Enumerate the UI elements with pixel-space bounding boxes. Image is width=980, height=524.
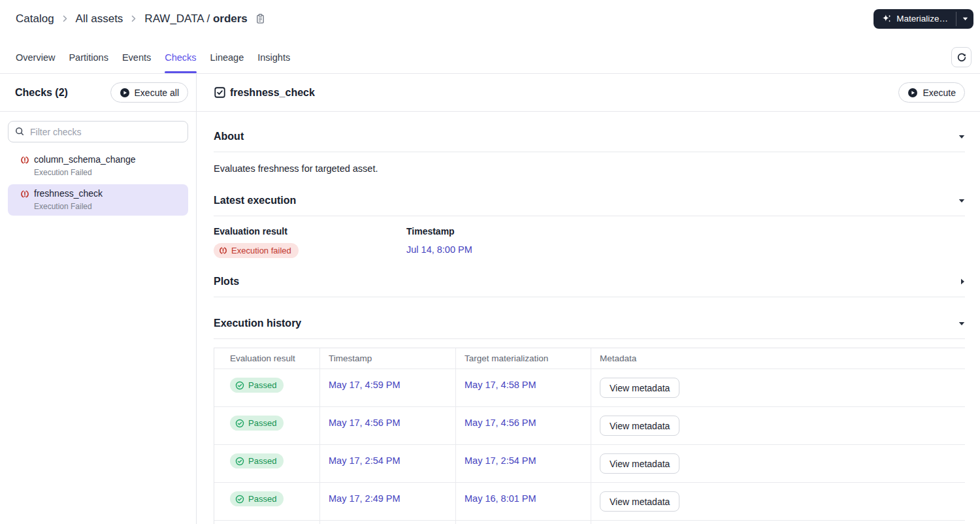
chevron-down-icon[interactable] xyxy=(958,135,965,139)
passed-label: Passed xyxy=(248,418,276,428)
chevron-right-icon[interactable] xyxy=(960,278,965,285)
latest-execution-title: Latest execution xyxy=(214,194,296,207)
caret-down-icon xyxy=(962,17,968,21)
checks-sidebar: Checks (2) Execute all column_schema_cha… xyxy=(0,74,197,524)
materialize-label: Materialize… xyxy=(896,14,948,24)
check-name: freshness_check xyxy=(34,188,103,199)
plots-section-header: Plots xyxy=(214,275,965,288)
about-title: About xyxy=(214,130,244,143)
breadcrumb-asset[interactable]: RAW_DATA / orders xyxy=(144,12,247,25)
filter-checks-input[interactable] xyxy=(8,121,188,142)
table-row: Passed May 17, 2:49 PM May 16, 8:01 PM V… xyxy=(214,483,965,521)
passed-label: Passed xyxy=(248,456,276,466)
target-materialization-link[interactable]: May 17, 4:58 PM xyxy=(465,380,536,390)
check-circle-icon xyxy=(235,419,244,428)
passed-badge: Passed xyxy=(230,491,284,506)
refresh-button[interactable] xyxy=(951,47,972,67)
table-row-partial xyxy=(214,521,965,524)
tab-lineage[interactable]: Lineage xyxy=(210,41,244,73)
play-icon xyxy=(907,88,918,98)
check-status: Execution Failed xyxy=(34,168,136,177)
table-row: Passed May 17, 2:54 PM May 17, 2:54 PM V… xyxy=(214,445,965,483)
execute-all-label: Execute all xyxy=(135,88,179,98)
divider xyxy=(214,216,965,216)
breadcrumb-asset-name: orders xyxy=(213,12,248,25)
execution-failed-badge: Execution failed xyxy=(214,243,299,258)
column-header-timestamp: Timestamp xyxy=(320,348,456,368)
latest-execution-section-header: Latest execution xyxy=(214,194,965,207)
execution-history-title: Execution history xyxy=(214,317,301,330)
target-materialization-link[interactable]: May 16, 8:01 PM xyxy=(465,493,536,504)
divider xyxy=(214,297,965,297)
check-circle-icon xyxy=(235,381,244,390)
divider xyxy=(214,152,965,152)
tab-events[interactable]: Events xyxy=(122,41,151,73)
execution-failed-icon xyxy=(20,189,29,211)
check-detail-panel: freshness_check Execute About Evaluates … xyxy=(197,74,980,524)
execution-history-section-header: Execution history xyxy=(214,317,965,330)
play-icon xyxy=(120,88,130,98)
view-metadata-button[interactable]: View metadata xyxy=(600,378,679,398)
execution-failed-icon xyxy=(20,156,29,177)
passed-label: Passed xyxy=(248,380,276,390)
passed-badge: Passed xyxy=(230,416,284,431)
column-header-metadata: Metadata xyxy=(591,348,965,368)
tab-insights[interactable]: Insights xyxy=(257,41,290,73)
breadcrumb: Catalog All assets RAW_DATA / orders xyxy=(16,12,265,25)
refresh-icon xyxy=(956,52,967,63)
view-metadata-button[interactable]: View metadata xyxy=(600,416,679,436)
target-materialization-link[interactable]: May 17, 4:56 PM xyxy=(465,418,536,428)
execution-history-table: Evaluation result Timestamp Target mater… xyxy=(214,348,965,524)
breadcrumb-asset-group: RAW_DATA / xyxy=(144,12,210,25)
plots-title: Plots xyxy=(214,275,239,288)
top-bar: Catalog All assets RAW_DATA / orders Mat… xyxy=(0,0,980,37)
timestamp-link[interactable]: May 17, 2:54 PM xyxy=(329,455,400,466)
timestamp-link[interactable]: May 17, 4:56 PM xyxy=(329,418,400,428)
execute-button[interactable]: Execute xyxy=(898,82,965,103)
tab-partitions[interactable]: Partitions xyxy=(69,41,108,73)
chevron-down-icon[interactable] xyxy=(958,321,965,326)
copy-clipboard-icon[interactable] xyxy=(255,14,265,24)
table-header-row: Evaluation result Timestamp Target mater… xyxy=(214,348,965,369)
evaluation-result-label: Evaluation result xyxy=(214,226,406,237)
materialize-dropdown-button[interactable] xyxy=(956,9,973,29)
timestamp-link[interactable]: May 17, 2:49 PM xyxy=(329,493,400,504)
tab-bar: Overview Partitions Events Checks Lineag… xyxy=(0,37,980,74)
materialize-button[interactable]: Materialize… xyxy=(874,9,956,29)
execute-all-button[interactable]: Execute all xyxy=(110,82,188,103)
tab-checks[interactable]: Checks xyxy=(165,41,196,73)
timestamp-link[interactable]: May 17, 4:59 PM xyxy=(329,380,400,390)
chevron-down-icon[interactable] xyxy=(958,199,965,203)
search-icon xyxy=(15,127,24,139)
timestamp-label: Timestamp xyxy=(406,226,472,237)
check-circle-icon xyxy=(235,495,244,504)
check-list-item-selected[interactable]: freshness_check Execution Failed xyxy=(8,184,188,216)
table-row: Passed May 17, 4:56 PM May 17, 4:56 PM V… xyxy=(214,407,965,445)
latest-timestamp-link[interactable]: Jul 14, 8:00 PM xyxy=(406,244,472,255)
view-metadata-button[interactable]: View metadata xyxy=(600,453,679,474)
execute-label: Execute xyxy=(923,88,956,98)
passed-label: Passed xyxy=(248,494,276,504)
breadcrumb-all-assets[interactable]: All assets xyxy=(76,12,123,25)
column-header-evaluation-result: Evaluation result xyxy=(214,348,320,368)
breadcrumb-catalog[interactable]: Catalog xyxy=(16,12,54,25)
tab-overview[interactable]: Overview xyxy=(16,41,55,73)
check-status: Execution Failed xyxy=(34,202,103,211)
passed-badge: Passed xyxy=(230,453,284,468)
check-name: column_schema_change xyxy=(34,154,136,165)
about-description: Evaluates freshness for targeted asset. xyxy=(214,163,965,174)
passed-badge: Passed xyxy=(230,378,284,393)
check-circle-icon xyxy=(235,457,244,466)
execution-failed-label: Execution failed xyxy=(231,246,291,255)
table-row: Passed May 17, 4:59 PM May 17, 4:58 PM V… xyxy=(214,369,965,407)
chevron-right-icon xyxy=(61,14,69,23)
checks-count-title: Checks (2) xyxy=(15,87,68,99)
target-materialization-link[interactable]: May 17, 2:54 PM xyxy=(465,455,536,466)
about-section-header: About xyxy=(214,130,965,143)
check-list-item[interactable]: column_schema_change Execution Failed xyxy=(8,150,188,182)
column-header-target-materialization: Target materialization xyxy=(456,348,591,368)
divider xyxy=(214,338,965,339)
execution-failed-icon xyxy=(219,246,227,255)
view-metadata-button[interactable]: View metadata xyxy=(600,491,679,512)
sparkle-icon xyxy=(881,14,892,24)
